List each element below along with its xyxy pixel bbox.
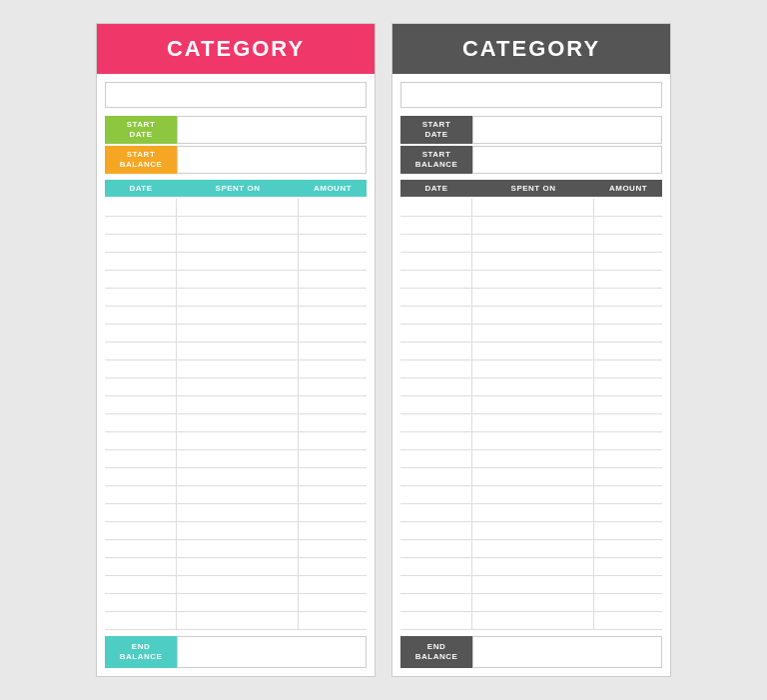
date-cell[interactable] — [400, 414, 472, 431]
table-row[interactable] — [105, 414, 367, 432]
spent-cell[interactable] — [177, 576, 299, 593]
amount-cell[interactable] — [594, 378, 662, 395]
table-row[interactable] — [105, 468, 367, 486]
date-cell[interactable] — [105, 450, 177, 467]
table-row[interactable] — [400, 325, 662, 343]
amount-cell[interactable] — [594, 612, 662, 629]
spent-cell[interactable] — [472, 343, 594, 359]
gray-start-date-input[interactable] — [472, 116, 662, 144]
date-cell[interactable] — [105, 468, 177, 485]
spent-cell[interactable] — [177, 432, 299, 449]
date-cell[interactable] — [105, 235, 177, 252]
date-cell[interactable] — [400, 253, 472, 270]
spent-cell[interactable] — [472, 199, 594, 216]
table-row[interactable] — [105, 612, 367, 630]
amount-cell[interactable] — [299, 486, 367, 503]
date-cell[interactable] — [400, 594, 472, 611]
date-cell[interactable] — [400, 199, 472, 216]
spent-cell[interactable] — [472, 558, 594, 575]
spent-cell[interactable] — [177, 522, 299, 539]
table-row[interactable] — [105, 558, 367, 576]
table-row[interactable] — [105, 307, 367, 325]
table-row[interactable] — [105, 343, 367, 360]
spent-cell[interactable] — [177, 378, 299, 395]
amount-cell[interactable] — [299, 199, 367, 216]
table-row[interactable] — [105, 486, 367, 504]
amount-cell[interactable] — [594, 576, 662, 593]
spent-cell[interactable] — [177, 253, 299, 270]
spent-cell[interactable] — [472, 612, 594, 629]
date-cell[interactable] — [400, 612, 472, 629]
amount-cell[interactable] — [299, 540, 367, 557]
spent-cell[interactable] — [177, 235, 299, 252]
date-cell[interactable] — [105, 612, 177, 629]
amount-cell[interactable] — [594, 343, 662, 359]
date-cell[interactable] — [400, 360, 472, 377]
spent-cell[interactable] — [177, 271, 299, 288]
spent-cell[interactable] — [177, 450, 299, 467]
amount-cell[interactable] — [594, 594, 662, 611]
amount-cell[interactable] — [594, 522, 662, 539]
table-row[interactable] — [400, 360, 662, 378]
spent-cell[interactable] — [472, 432, 594, 449]
amount-cell[interactable] — [299, 432, 367, 449]
spent-cell[interactable] — [177, 217, 299, 234]
spent-cell[interactable] — [472, 271, 594, 288]
spent-cell[interactable] — [472, 414, 594, 431]
end-balance-input-gray[interactable] — [472, 636, 662, 668]
date-cell[interactable] — [105, 594, 177, 611]
date-cell[interactable] — [105, 378, 177, 395]
date-cell[interactable] — [105, 217, 177, 234]
date-cell[interactable] — [105, 271, 177, 288]
spent-cell[interactable] — [472, 576, 594, 593]
date-cell[interactable] — [400, 378, 472, 395]
spent-cell[interactable] — [177, 325, 299, 342]
table-row[interactable] — [400, 486, 662, 504]
spent-cell[interactable] — [472, 486, 594, 503]
spent-cell[interactable] — [472, 325, 594, 342]
table-row[interactable] — [400, 540, 662, 558]
amount-cell[interactable] — [594, 217, 662, 234]
amount-cell[interactable] — [594, 396, 662, 413]
date-cell[interactable] — [400, 289, 472, 306]
date-cell[interactable] — [400, 396, 472, 413]
amount-cell[interactable] — [299, 396, 367, 413]
date-cell[interactable] — [105, 540, 177, 557]
date-cell[interactable] — [400, 504, 472, 521]
spent-cell[interactable] — [177, 307, 299, 324]
date-cell[interactable] — [105, 325, 177, 342]
spent-cell[interactable] — [177, 486, 299, 503]
spent-cell[interactable] — [177, 612, 299, 629]
amount-cell[interactable] — [299, 414, 367, 431]
amount-cell[interactable] — [299, 504, 367, 521]
date-cell[interactable] — [400, 522, 472, 539]
date-cell[interactable] — [105, 307, 177, 324]
spent-cell[interactable] — [472, 378, 594, 395]
gray-name-field[interactable] — [400, 82, 662, 108]
amount-cell[interactable] — [594, 450, 662, 467]
table-row[interactable] — [105, 594, 367, 612]
amount-cell[interactable] — [594, 271, 662, 288]
amount-cell[interactable] — [299, 307, 367, 324]
start-balance-input[interactable] — [177, 146, 367, 174]
spent-cell[interactable] — [472, 307, 594, 324]
spent-cell[interactable] — [472, 594, 594, 611]
spent-cell[interactable] — [472, 468, 594, 485]
table-row[interactable] — [105, 235, 367, 253]
table-row[interactable] — [400, 450, 662, 468]
table-row[interactable] — [105, 325, 367, 343]
spent-cell[interactable] — [472, 450, 594, 467]
date-cell[interactable] — [400, 235, 472, 252]
amount-cell[interactable] — [299, 522, 367, 539]
table-row[interactable] — [400, 217, 662, 235]
amount-cell[interactable] — [299, 576, 367, 593]
amount-cell[interactable] — [299, 253, 367, 270]
date-cell[interactable] — [105, 432, 177, 449]
amount-cell[interactable] — [299, 378, 367, 395]
amount-cell[interactable] — [594, 486, 662, 503]
date-cell[interactable] — [105, 558, 177, 575]
amount-cell[interactable] — [594, 289, 662, 306]
end-balance-input-colorful[interactable] — [177, 636, 367, 668]
spent-cell[interactable] — [177, 558, 299, 575]
table-row[interactable] — [400, 235, 662, 253]
